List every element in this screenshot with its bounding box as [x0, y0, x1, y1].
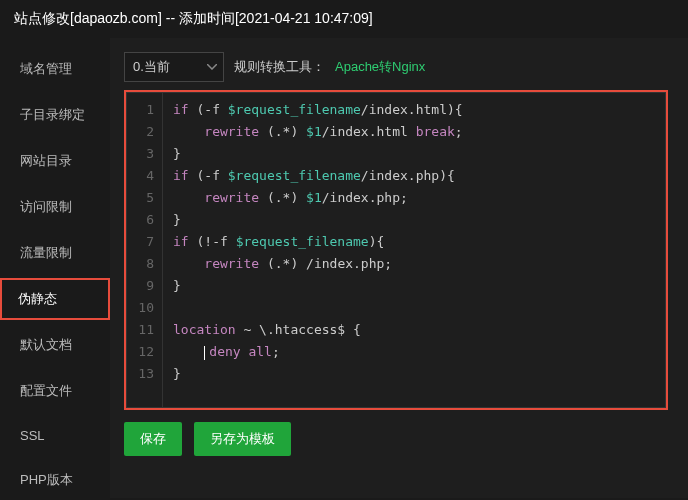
save-button[interactable]: 保存 — [124, 422, 182, 456]
sidebar-item-default-doc[interactable]: 默认文档 — [0, 322, 110, 368]
code-editor[interactable]: 12345678910111213 if (-f $request_filena… — [124, 90, 668, 410]
converter-label: 规则转换工具： — [234, 58, 325, 76]
sidebar-item-domain[interactable]: 域名管理 — [0, 46, 110, 92]
action-bar: 保存 另存为模板 — [124, 422, 668, 456]
sidebar: 域名管理 子目录绑定 网站目录 访问限制 流量限制 伪静态 默认文档 配置文件 … — [0, 38, 110, 498]
sidebar-item-traffic[interactable]: 流量限制 — [0, 230, 110, 276]
body: 域名管理 子目录绑定 网站目录 访问限制 流量限制 伪静态 默认文档 配置文件 … — [0, 38, 688, 498]
sidebar-item-php[interactable]: PHP版本 — [0, 457, 110, 500]
template-select[interactable]: 0.当前 — [124, 52, 224, 82]
select-value: 0.当前 — [133, 58, 170, 76]
sidebar-item-rewrite[interactable]: 伪静态 — [0, 278, 110, 320]
line-gutter: 12345678910111213 — [127, 93, 163, 407]
window-title: 站点修改[dapaozb.com] -- 添加时间[2021-04-21 10:… — [0, 0, 688, 38]
save-template-button[interactable]: 另存为模板 — [194, 422, 291, 456]
sidebar-item-ssl[interactable]: SSL — [0, 414, 110, 457]
main-panel: 0.当前 规则转换工具： Apache转Nginx 12345678910111… — [110, 38, 688, 498]
sidebar-item-subdir[interactable]: 子目录绑定 — [0, 92, 110, 138]
sidebar-item-config[interactable]: 配置文件 — [0, 368, 110, 414]
toolbar: 0.当前 规则转换工具： Apache转Nginx — [124, 52, 668, 82]
sidebar-item-access[interactable]: 访问限制 — [0, 184, 110, 230]
chevron-down-icon — [207, 64, 217, 70]
sidebar-item-webdir[interactable]: 网站目录 — [0, 138, 110, 184]
code-area[interactable]: if (-f $request_filename/index.html){ re… — [163, 93, 665, 407]
converter-link[interactable]: Apache转Nginx — [335, 58, 425, 76]
